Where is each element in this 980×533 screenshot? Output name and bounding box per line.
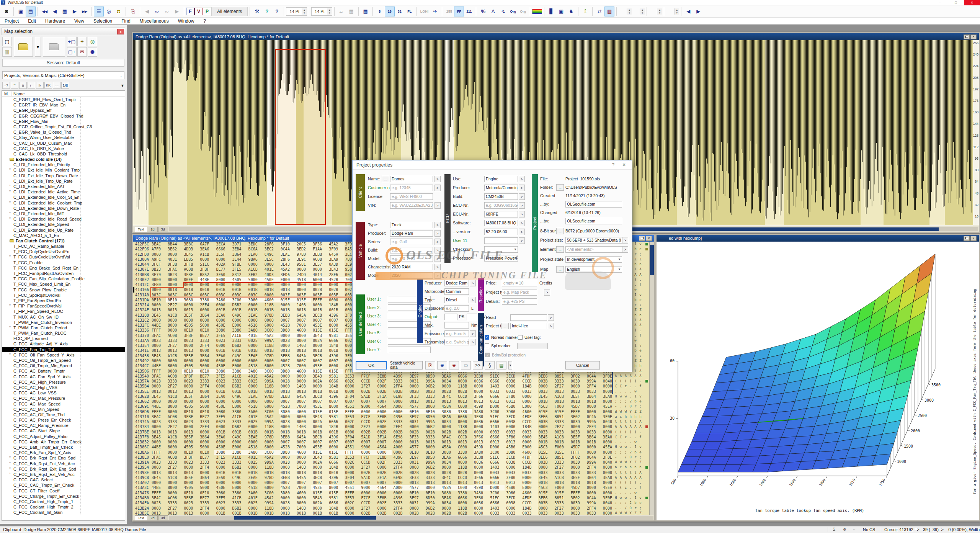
map-tree-item[interactable]: C_FCC_AC_Low_VSS	[2, 390, 125, 396]
decimal-view-icon[interactable]: 255	[444, 7, 454, 16]
map-tree-item[interactable]: C_EGRT_IRH_Flow_Ovrd_Tmptr	[2, 97, 125, 102]
text-field[interactable]	[510, 314, 547, 321]
surface-3d-view[interactable]: 3060500100015002000250030003615375010001…	[657, 242, 979, 520]
map-tree-item[interactable]: C_FCC_AC_Max_Speed	[2, 401, 125, 407]
next-element-icon[interactable]: ▶	[70, 7, 80, 16]
hex-row[interactable]: 4136620000 0000 0000 0000 0000 0000 0000…	[133, 399, 649, 404]
expand-button[interactable]: >	[519, 202, 525, 209]
byte-order-icon[interactable]: LOHI	[419, 7, 430, 16]
hex-view-icon[interactable]: FF	[454, 7, 464, 16]
picture-wizard-icon[interactable]: ▣	[556, 7, 566, 16]
map-tree-item[interactable]: C_EGRT_IR_EBV_Max_En	[2, 102, 125, 108]
text-field[interactable]: OLSecufile.com	[565, 218, 622, 224]
hex-row[interactable]: 413AEA0023 3333 0023 3333 0023 3333 0025…	[133, 500, 649, 505]
checkbox-noread-marker[interactable]: ✓Noread marker	[485, 335, 518, 340]
expand-button[interactable]: >	[470, 339, 476, 345]
map-tree-item[interactable]: C_FCC_Brk_Fan_Spd_Y_Axis	[2, 450, 125, 455]
placeholder-field[interactable]: e.g. 2.0	[444, 305, 469, 312]
close-icon[interactable]: ×	[970, 34, 977, 39]
hex-row[interactable]: 4138320000 0000 0000 0000 0000 0000 0000…	[133, 440, 649, 445]
map-tree-item[interactable]: Extended cold idle (14)	[2, 157, 125, 162]
map-tree-item[interactable]: C_LDI_Extended_Idle_Cool_St_En	[2, 195, 125, 200]
expand-button[interactable]: >	[519, 229, 525, 235]
filter-button-2[interactable]: Δ	[19, 82, 27, 89]
map-tree-item[interactable]: C_FCC_CT_Filter_Coeff	[2, 488, 125, 494]
menu-find[interactable]: Find	[117, 18, 135, 25]
overview-grid-icon[interactable]: ▦	[60, 7, 70, 16]
placeholder-field[interactable]: e.g. Euro 5	[444, 330, 469, 337]
hex-row[interactable]: 41374A0023 3333 0023 3333 0023 3333 0025…	[133, 419, 649, 424]
functions-icon[interactable]: F	[186, 8, 194, 15]
tab-text[interactable]: Text	[135, 227, 147, 232]
open-dropdown-icon[interactable]: ▾	[35, 37, 41, 57]
hex-row[interactable]: 4137F83E45 A1CB 3E5F 3B64 3EA0 C49C 3EAE…	[133, 435, 649, 440]
prev-element-icon[interactable]: ◀	[50, 7, 60, 16]
import-icon[interactable]: ⇩	[580, 7, 590, 16]
checksum-gear-icon[interactable]: ⚙	[843, 527, 846, 531]
map-tree-item[interactable]: T_FCC_FanSpdRqstUsrOvrdEn	[2, 271, 125, 276]
spinner-y[interactable]: ▲▼	[632, 7, 645, 16]
menu-edit[interactable]: Edit	[23, 18, 41, 25]
close-icon[interactable]: ×	[970, 236, 977, 241]
checkbox-box[interactable]: ✓	[485, 335, 489, 340]
filter-button-3[interactable]: i_	[28, 82, 35, 89]
map-wizard-icon[interactable]: ✦	[77, 37, 87, 46]
map-tree-item[interactable]: C_FCC_Amb_Air_Tmptr_Err_Check	[2, 439, 125, 445]
hex-row[interactable]: 4137BE0013 0013 0013 0000 001B 001B 001B…	[133, 430, 649, 435]
menu-selection[interactable]: Selection	[89, 18, 117, 25]
spinner-x[interactable]: ▲▼	[619, 7, 632, 16]
checkbox-bdm-bsl-protection[interactable]: ✓Bdm/Bsl protection	[485, 353, 526, 357]
map-tree-item[interactable]: *C_FCC_Oil_Fan_Speed_Y_Axis	[2, 352, 125, 358]
map-tree-item[interactable]: Fan Clutch Control (171)	[2, 238, 125, 244]
map-tree-item[interactable]: C_FCC_CAC_Tmptr_Err_Check	[2, 482, 125, 488]
hex-row[interactable]: 4135EE0013 0013 0013 0000 001B 001B 001B…	[133, 389, 649, 394]
hex-row[interactable]: 413B240000 2F27 0000 2FF4 0000 D6B2 0000…	[133, 506, 649, 511]
hex-row[interactable]: 413AB03FAC AC08 3FBF BE77 3FE5 A1CB 401E…	[133, 495, 649, 500]
mail-icon[interactable]: ✉	[77, 47, 87, 57]
map-selection-header[interactable]: Map selection x	[2, 28, 125, 35]
combo-field[interactable]: In development▼	[565, 256, 622, 263]
placeholder-field[interactable]: e.g. WES-H4900	[390, 193, 433, 200]
map-tree-item[interactable]: C_EGR_Valve_Is_Closed_Thd	[2, 129, 125, 135]
map-tree-item[interactable]: *C_FCC_Brk_Rqst_Ent_Veh_Acc	[2, 461, 125, 466]
menu-miscellaneous[interactable]: Miscellaneous	[135, 18, 173, 25]
map-tree-item[interactable]: *C_FCC_Brk_Rqst_Ext_Veh_Acc	[2, 472, 125, 477]
map-tree-item[interactable]: C_FCC_Oil_Tmptr_Err_Speed	[2, 358, 125, 363]
expand-button[interactable]: >	[434, 255, 441, 262]
chevrons-button[interactable]: >>	[473, 361, 483, 370]
expand-button[interactable]: >	[434, 202, 441, 209]
bits-32-icon[interactable]: 32	[395, 7, 405, 16]
restore-icon[interactable]	[964, 34, 970, 39]
map-tree-item[interactable]: C_CAC_Lk_OBD_Cusum_Max	[2, 141, 125, 146]
text-field[interactable]: Intel-Hex	[510, 323, 547, 329]
text-field[interactable]	[444, 322, 469, 329]
minimize-button[interactable]: –	[932, 0, 948, 5]
map-tree-item[interactable]: C_LDI_Extended_Idle_Priority	[2, 162, 125, 167]
original-icon[interactable]: Org	[508, 7, 518, 16]
expand-button[interactable]: >	[434, 230, 441, 237]
difference-icon[interactable]: Δ	[488, 7, 498, 16]
checksum-sigma-icon[interactable]: Σ	[833, 527, 835, 531]
more-options-button[interactable]: ...	[501, 323, 509, 329]
map-tree-item[interactable]: C_FCC_AC_Press_Err_Check	[2, 417, 125, 423]
vertical-scrollbar[interactable]	[649, 242, 654, 515]
new-version-icon[interactable]: ▢	[2, 37, 12, 46]
preview-search-icon[interactable]: ◎	[104, 7, 114, 16]
output-ps-field[interactable]	[444, 314, 457, 320]
scrollbar-thumb[interactable]	[234, 516, 376, 520]
map-tree-item[interactable]: T_FCC_DutyCycleUsrOvrdEn	[2, 249, 125, 254]
expand-button[interactable]: >	[548, 323, 554, 329]
checkbox-box[interactable]: ✓	[485, 353, 490, 357]
placeholder-field[interactable]: e.g. Map Pack	[502, 289, 537, 296]
expand-button[interactable]: >	[519, 176, 525, 182]
more-options-button[interactable]: ...	[556, 184, 564, 191]
projects-versions-maps-combo[interactable]: Projects, Versions & Maps: (Ctrl+Shift+F…	[2, 71, 124, 79]
hex-row[interactable]: 4136D6FFFF 0000 0E10 0E10 3080 3380 3A80…	[133, 409, 649, 414]
map-tree-item[interactable]: *C_LDI_Ext_Idle_Min_Coolant_Tmp	[2, 167, 125, 173]
map-tree-item[interactable]: C_EGR_Bypass_Eff	[2, 108, 125, 113]
help-icon[interactable]: ?	[262, 7, 272, 16]
map-tree-item[interactable]: C_FCC_CAC_Select	[2, 477, 125, 482]
restore-icon[interactable]	[964, 236, 970, 241]
output-kw-field[interactable]	[467, 314, 477, 320]
report-dropdown-icon[interactable]: ▾	[508, 361, 512, 370]
